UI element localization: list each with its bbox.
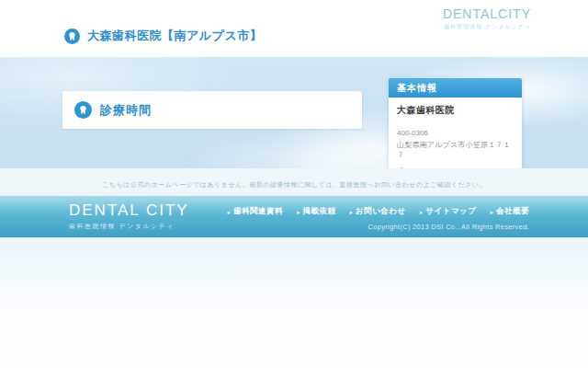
footer-link-company[interactable]: ▸ 会社概要 — [490, 206, 529, 217]
bullet-arrow-icon: ▸ — [297, 209, 300, 215]
footer-logo-text: DENTAL CITY — [69, 201, 189, 220]
postal-code: 400-0306 — [397, 129, 514, 137]
site-logo[interactable]: DENTALCITY 歯科医院情報 デンタルシティ — [443, 6, 531, 31]
site-logo-text: DENTALCITY — [443, 6, 531, 21]
tooth-icon — [64, 29, 80, 44]
footer-logo[interactable]: DENTAL CITY 歯科医院情報 デンタルシティ — [69, 201, 189, 231]
basic-info-header: 基本情報 — [389, 78, 522, 98]
basic-info-body: 大森歯科医院 400-0306 山梨県南アルプス市小笠原１７１７ TEL 055… — [389, 98, 522, 168]
footer-link-sitemap[interactable]: ▸ サイトマップ — [420, 206, 477, 217]
bottom-area — [0, 237, 588, 368]
clinic-title-row: 大森歯科医院【南アルプス市】 — [64, 28, 262, 44]
tooth-icon — [74, 101, 92, 119]
disclaimer-text: こちらは公式のホームページではありません。最新の診療情報に関しては、直接医院へお… — [0, 180, 588, 190]
bullet-arrow-icon: ▸ — [490, 209, 493, 215]
section-title: 診療時間 — [100, 102, 152, 119]
disclaimer-strip: こちらは公式のホームページではありません。最新の診療情報に関しては、直接医院へお… — [0, 168, 588, 196]
bullet-arrow-icon: ▸ — [227, 209, 231, 215]
footer-links: ▸ 歯科関連資料 ▸ 掲載依頼 ▸ お問い合わせ ▸ サイトマップ ▸ 会社概要 — [213, 206, 529, 217]
footer-link-dental-materials[interactable]: ▸ 歯科関連資料 — [227, 206, 283, 217]
site-logo-tagline: 歯科医院情報 デンタルシティ — [443, 23, 531, 31]
footer-link-listing-request[interactable]: ▸ 掲載依頼 — [297, 206, 336, 217]
clinic-address: 山梨県南アルプス市小笠原１７１７ — [397, 140, 514, 160]
bullet-arrow-icon: ▸ — [420, 209, 424, 215]
section-treatment-hours: 診療時間 — [62, 91, 362, 129]
footer: DENTAL CITY 歯科医院情報 デンタルシティ ▸ 歯科関連資料 ▸ 掲載… — [0, 196, 588, 237]
footer-link-contact[interactable]: ▸ お問い合わせ — [349, 206, 405, 217]
clinic-name: 大森歯科医院 — [397, 104, 514, 117]
footer-logo-tagline: 歯科医院情報 デンタルシティ — [69, 222, 189, 231]
page: DENTALCITY 歯科医院情報 デンタルシティ 大森歯科医院【南アルプス市】… — [0, 0, 588, 368]
copyright-text: Copyright(C) 2013 DSI Co., All Rights Re… — [368, 223, 529, 231]
basic-info-panel: 基本情報 大森歯科医院 400-0306 山梨県南アルプス市小笠原１７１７ TE… — [389, 78, 522, 168]
page-title: 大森歯科医院【南アルプス市】 — [87, 28, 262, 44]
bullet-arrow-icon: ▸ — [349, 209, 353, 215]
